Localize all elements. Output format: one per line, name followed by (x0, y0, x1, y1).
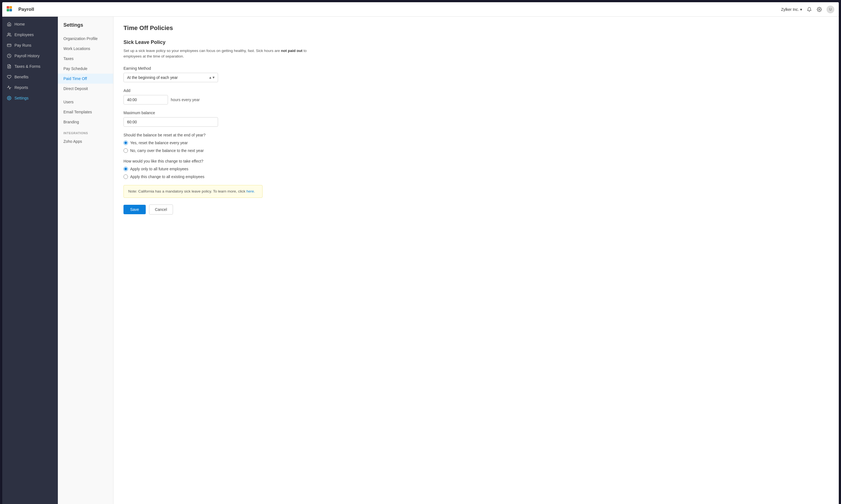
dropdown-arrow-icon: ▾ (800, 7, 802, 12)
add-hours-group: Add hours every year (123, 88, 318, 105)
svg-rect-2 (7, 9, 9, 12)
sidebar-item-benefits[interactable]: Benefits (2, 72, 58, 82)
effect-question-group: How would you like this change to take e… (123, 159, 318, 179)
sidebar-item-label: Payroll History (15, 54, 39, 58)
settings-nav-work-locations[interactable]: Work Locations (58, 43, 113, 54)
logo-text: Payroll (18, 7, 34, 12)
reset-option-yes[interactable]: Yes, reset the balance every year (123, 141, 318, 145)
note-link[interactable]: here. (246, 189, 255, 193)
svg-rect-0 (7, 6, 9, 8)
sidebar-item-label: Settings (15, 96, 29, 100)
settings-nav-pay-schedule[interactable]: Pay Schedule (58, 64, 113, 74)
sidebar-item-reports[interactable]: Reports (2, 82, 58, 93)
home-icon (7, 22, 12, 27)
reset-radio-group: Yes, reset the balance every year No, ca… (123, 141, 318, 153)
svg-rect-6 (7, 44, 11, 47)
logo-icon (7, 5, 17, 13)
sidebar-item-settings[interactable]: Settings (2, 93, 58, 103)
effect-radio-future[interactable] (123, 167, 128, 171)
reset-option-no[interactable]: No, carry over the balance to the next y… (123, 148, 318, 153)
reset-question-group: Should the balance be reset at the end o… (123, 133, 318, 153)
settings-nav-branding[interactable]: Branding (58, 117, 113, 127)
effect-question-label: How would you like this change to take e… (123, 159, 318, 163)
settings-sub-nav: Settings Organization Profile Work Locat… (58, 17, 114, 504)
taxes-icon (7, 64, 12, 69)
policy-section: Sick Leave Policy Set up a sick leave po… (123, 39, 318, 215)
max-balance-input[interactable] (123, 117, 218, 127)
cancel-button[interactable]: Cancel (149, 204, 173, 215)
sidebar-item-label: Employees (15, 33, 34, 37)
sidebar-item-employees[interactable]: Employees (2, 30, 58, 40)
sidebar: Home Employees Pay Runs Payroll History (2, 17, 58, 504)
sidebar-item-taxes-forms[interactable]: Taxes & Forms (2, 61, 58, 72)
save-button[interactable]: Save (123, 205, 146, 214)
sidebar-item-label: Home (15, 22, 25, 26)
reports-icon (7, 85, 12, 90)
topbar: Payroll Zylker Inc. ▾ U (2, 2, 839, 17)
settings-nav-users[interactable]: Users (58, 97, 113, 107)
add-input-row: hours every year (123, 95, 318, 105)
earning-method-select-wrapper: At the beginning of each yearAt the begi… (123, 73, 218, 82)
sidebar-item-pay-runs[interactable]: Pay Runs (2, 40, 58, 51)
sidebar-item-label: Pay Runs (15, 43, 31, 48)
settings-nav-zoho-apps[interactable]: Zoho Apps (58, 137, 113, 146)
earning-method-label: Earning Method (123, 66, 318, 71)
payroll-history-icon (7, 53, 12, 58)
topbar-right: Zylker Inc. ▾ U (781, 5, 834, 13)
reset-question-label: Should the balance be reset at the end o… (123, 133, 318, 137)
settings-panel-title: Settings (58, 22, 113, 34)
reset-radio-yes[interactable] (123, 141, 128, 145)
effect-option-future[interactable]: Apply only to all future employees (123, 167, 318, 171)
sidebar-item-home[interactable]: Home (2, 19, 58, 30)
logo-area: Payroll (7, 5, 34, 13)
pay-runs-icon (7, 43, 12, 48)
add-label: Add (123, 88, 318, 93)
user-avatar[interactable]: U (826, 5, 834, 13)
max-balance-group: Maximum balance (123, 111, 318, 127)
action-buttons: Save Cancel (123, 204, 318, 215)
sidebar-item-label: Benefits (15, 75, 29, 79)
note-box: Note: California has a mandatory sick le… (123, 185, 262, 198)
svg-point-11 (8, 97, 10, 98)
add-suffix: hours every year (171, 97, 200, 102)
gear-icon[interactable] (817, 7, 822, 12)
effect-radio-existing[interactable] (123, 175, 128, 179)
settings-nav-email-templates[interactable]: Email Templates (58, 107, 113, 117)
sidebar-item-label: Reports (15, 85, 28, 90)
sidebar-item-payroll-history[interactable]: Payroll History (2, 51, 58, 61)
page-title: Time Off Policies (123, 24, 829, 32)
earning-method-group: Earning Method At the beginning of each … (123, 66, 318, 82)
settings-nav-paid-time-off[interactable]: Paid Time Off (58, 74, 113, 84)
add-hours-input[interactable] (123, 95, 168, 105)
max-balance-label: Maximum balance (123, 111, 318, 115)
main-layout: Home Employees Pay Runs Payroll History (2, 17, 839, 504)
integrations-section-label: INTEGRATIONS (58, 127, 113, 137)
sidebar-item-label: Taxes & Forms (15, 64, 40, 69)
svg-rect-1 (10, 6, 12, 8)
effect-radio-group: Apply only to all future employees Apply… (123, 167, 318, 179)
effect-option-existing[interactable]: Apply this change to all existing employ… (123, 175, 318, 179)
main-content: Time Off Policies Sick Leave Policy Set … (114, 17, 839, 504)
policy-description: Set up a sick leave policy so your emplo… (123, 48, 318, 59)
earning-method-select[interactable]: At the beginning of each yearAt the begi… (123, 73, 218, 82)
reset-radio-no[interactable] (123, 148, 128, 153)
benefits-icon (7, 74, 12, 79)
svg-point-4 (819, 8, 820, 10)
svg-point-5 (8, 33, 9, 34)
bell-icon[interactable] (807, 7, 812, 12)
settings-nav-direct-deposit[interactable]: Direct Deposit (58, 84, 113, 94)
company-selector[interactable]: Zylker Inc. ▾ (781, 7, 802, 12)
settings-nav-taxes[interactable]: Taxes (58, 54, 113, 64)
settings-icon (7, 95, 12, 101)
employees-icon (7, 32, 12, 37)
policy-heading: Sick Leave Policy (123, 39, 318, 45)
settings-nav-org-profile[interactable]: Organization Profile (58, 34, 113, 43)
svg-rect-3 (10, 9, 12, 12)
